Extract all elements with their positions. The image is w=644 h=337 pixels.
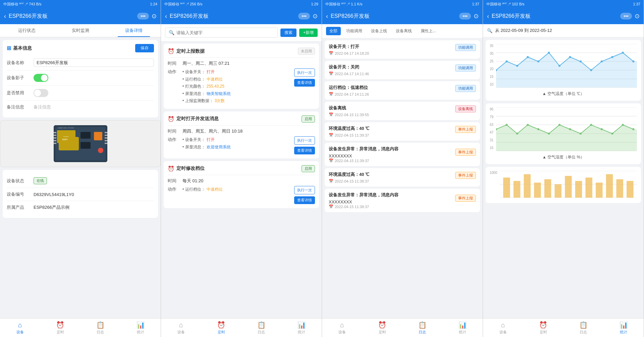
nav2-device[interactable]: ⌂ 设备 [161, 319, 201, 337]
nav4-device[interactable]: ⌂ 设备 [483, 319, 523, 337]
search-input[interactable] [176, 30, 274, 35]
back-button-2[interactable]: ‹ [165, 13, 167, 20]
log-item-2: 设备开关：关闭 功能调用 📅 2022-04-17 14:11:46 [325, 61, 480, 79]
top-nav-1: ‹ ESP8266开发板 ••• ⊙ [0, 8, 161, 24]
timer-time-row-1: 时间 周一、周二、周三 07:21 [168, 60, 315, 66]
target-button-2[interactable]: ⊙ [313, 12, 318, 20]
toggle-disable[interactable] [34, 89, 48, 97]
nav4-log[interactable]: 📋 日志 [564, 319, 604, 337]
back-button-1[interactable]: ‹ [4, 13, 6, 20]
nav2-log[interactable]: 📋 日志 [241, 319, 282, 337]
input-device-name[interactable] [34, 58, 154, 67]
svg-point-47 [516, 133, 518, 135]
log-row-6: 设备发生异常：异常消息，消息内容 XXXXXXXX 事件上报 [329, 146, 476, 158]
nav-timer[interactable]: ⏰ 定时 [40, 319, 80, 337]
nav-device[interactable]: ⌂ 设备 [0, 319, 40, 337]
add-button[interactable]: +新增 [299, 29, 318, 37]
nav3-timer[interactable]: ⏰ 定时 [362, 319, 402, 337]
row-status: 设备状态 在线 [7, 174, 154, 188]
filter-attr[interactable]: 属性上... [417, 27, 439, 35]
save-button[interactable]: 保存 [135, 44, 154, 52]
target-button-1[interactable]: ⊙ [152, 12, 157, 20]
search-input-wrap: 🔍 [165, 28, 278, 38]
log-time-1: 📅 2022-04-17 14:18:20 [329, 51, 476, 55]
nav4-timer[interactable]: ⏰ 定时 [523, 319, 564, 337]
nav2-timer[interactable]: ⏰ 定时 [201, 319, 241, 337]
log-time-7: 📅 2022-04-15 11:38:37 [329, 179, 476, 183]
svg-point-38 [632, 60, 634, 62]
top-nav-2: ‹ ESP8266开发板 ••• ⊙ [161, 8, 322, 24]
filter-offline[interactable]: 设备离线 [392, 27, 415, 35]
svg-point-53 [580, 133, 582, 135]
svg-rect-13 [105, 132, 107, 133]
exec-once-button-2[interactable]: 执行一次 [294, 136, 315, 145]
tab-run-status[interactable]: 运行状态 [0, 24, 54, 37]
label-shadow: 设备影子 [7, 75, 34, 81]
svg-rect-10 [54, 137, 56, 139]
svg-point-56 [611, 133, 613, 135]
value-note: 备注信息 [34, 104, 154, 110]
filter-func[interactable]: 功能调用 [343, 27, 366, 35]
filter-online[interactable]: 设备上线 [368, 27, 390, 35]
log-filter-bar: 全部 功能调用 设备上线 设备离线 属性上... [322, 24, 483, 38]
log-item-6: 设备发生异常：异常消息，消息内容 XXXXXXXX 事件上报 📅 2022-04… [325, 143, 480, 166]
more-button-4[interactable]: ••• [620, 13, 632, 19]
more-button-3[interactable]: ••• [459, 13, 471, 19]
nav3-log[interactable]: 📋 日志 [402, 319, 443, 337]
timer-status-3: 启用 [302, 165, 315, 172]
humid-y-axis: 95 79 63 47 31 15 [490, 107, 495, 151]
timer-header-1: ⏰ 定时上报数据 未启用 [168, 48, 315, 58]
svg-rect-11 [54, 140, 56, 141]
log-item-8: 设备发生异常：异常消息，消息内容 XXXXXXXX 事件上报 📅 2022-04… [325, 189, 480, 212]
toggle-shadow[interactable] [34, 74, 48, 82]
bottom-nav-2: ⌂ 设备 ⏰ 定时 📋 日志 📊 统计 [161, 318, 322, 337]
content-1: ⊞ 基本信息 保存 设备名称 设备影子 是否禁用 备注信息 备注信息 [0, 37, 161, 318]
log-title-8: 设备发生异常：异常消息，消息内容 XXXXXXXX [329, 192, 455, 204]
target-button-4[interactable]: ⊙ [635, 12, 640, 20]
status-right-3: 1:37 [472, 2, 479, 6]
nav2-stats[interactable]: 📊 统计 [281, 319, 322, 337]
chart-icon-4: 📊 [620, 321, 628, 329]
action-label-1: 动作 [168, 69, 176, 74]
status-right-4: 1:37 [633, 2, 640, 6]
device-board: WiFi GND VCC T [54, 125, 107, 162]
nav-log[interactable]: 📋 日志 [80, 319, 121, 337]
timer-status-2: 启用 [302, 115, 315, 123]
filter-all[interactable]: 全部 [326, 27, 341, 35]
view-detail-button-3[interactable]: 查看详情 [294, 196, 315, 204]
svg-point-32 [569, 56, 571, 58]
label-product: 所属产品 [7, 204, 34, 210]
timer-buttons-3: 执行一次 查看详情 [294, 186, 315, 204]
search-button[interactable]: 搜索 [280, 29, 297, 37]
view-detail-button-1[interactable]: 查看详情 [294, 79, 315, 87]
timer-card-1: ⏰ 定时上报数据 未启用 时间 周一、周二、周三 07:21 动作 • 设备开关 [164, 44, 319, 109]
exec-once-button-1[interactable]: 执行一次 [294, 68, 315, 77]
nav3-stats[interactable]: 📊 统计 [442, 319, 483, 337]
action-item-3-1: • 运行档位： 中速档位 [182, 186, 289, 193]
back-button-3[interactable]: ‹ [326, 13, 328, 20]
nav4-stats[interactable]: 📊 统计 [603, 319, 644, 337]
timer-buttons-2: 执行一次 查看详情 [294, 136, 315, 154]
view-detail-button-2[interactable]: 查看详情 [294, 147, 315, 154]
log-row-3: 运行档位：低速档位 功能调用 [329, 85, 476, 92]
chart-icon: 📊 [137, 321, 145, 329]
nav-stats[interactable]: 📊 统计 [120, 319, 161, 337]
tab-realtime[interactable]: 实时监测 [54, 24, 107, 37]
exec-once-button-3[interactable]: 执行一次 [294, 186, 315, 194]
log-icon-4: 📋 [579, 321, 588, 329]
more-button-1[interactable]: ••• [137, 13, 149, 19]
target-button-3[interactable]: ⊙ [474, 12, 479, 20]
log-title-4: 设备离线 [329, 105, 346, 111]
bar-chart-area [500, 171, 637, 199]
home-icon: ⌂ [18, 321, 22, 329]
timer-title-2: ⏰ 定时打开并发送消息 [168, 116, 219, 122]
content-2: ⏰ 定时上报数据 未启用 时间 周一、周二、周三 07:21 动作 • 设备开关 [161, 41, 322, 318]
timer-body-2: 时间 周四、周五、周六、周日 10:18 动作 • 设备开关： 打开 • 屏显消… [168, 126, 315, 154]
back-button-4[interactable]: ‹ [487, 13, 489, 20]
log-icon: 📋 [96, 321, 105, 329]
nav3-device[interactable]: ⌂ 设备 [322, 319, 362, 337]
more-button-2[interactable]: ••• [298, 13, 310, 19]
svg-point-58 [632, 128, 634, 130]
svg-point-48 [527, 124, 529, 126]
tab-device-detail[interactable]: 设备详情 [107, 24, 161, 37]
